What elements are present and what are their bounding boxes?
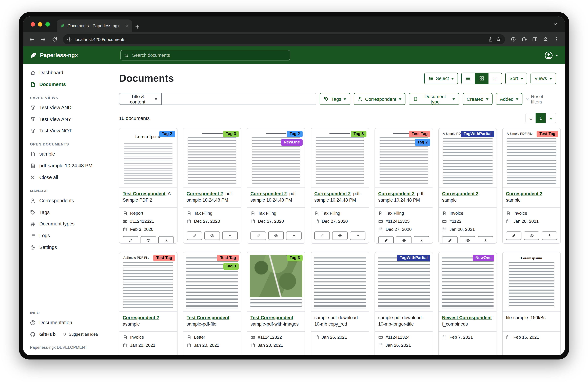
- view-button[interactable]: [396, 236, 412, 243]
- document-card[interactable]: Tag 2NewOne Correspondent 2: pdf-sample …: [247, 128, 305, 243]
- tag-badge[interactable]: Tag 3: [223, 131, 239, 137]
- edit-button[interactable]: [314, 231, 330, 240]
- document-card[interactable]: sample-pdf-download-10-mb copy_red Jan 2…: [311, 252, 369, 355]
- address-bar[interactable]: localhost:4200/documents: [63, 34, 505, 44]
- extensions-button[interactable]: [519, 34, 529, 44]
- document-card[interactable]: Tag 3 Test Correspondent: sample-pdf-wit…: [247, 252, 305, 355]
- tag-badge[interactable]: Test Tag: [153, 255, 175, 261]
- correspondent-link[interactable]: Correspondent 2: [187, 191, 223, 196]
- tag-badge[interactable]: Test Tag: [409, 131, 430, 137]
- correspondent-link[interactable]: Correspondent 2: [123, 315, 159, 320]
- document-card[interactable]: NewOne Newest Correspondent: f_combineds…: [438, 252, 497, 355]
- correspondent-link[interactable]: Test Correspondent: [251, 315, 293, 320]
- tag-badge[interactable]: Tag 2: [415, 139, 430, 146]
- tag-badge[interactable]: Tag 2: [159, 131, 175, 137]
- site-info-icon[interactable]: [67, 37, 72, 42]
- document-preview[interactable]: Tag 3: [247, 252, 305, 312]
- filter-text-input[interactable]: [162, 93, 316, 105]
- document-card[interactable]: Test Tag A Simple PDF File Correspondent…: [119, 252, 177, 355]
- views-button[interactable]: Views: [530, 72, 556, 84]
- created-filter-button[interactable]: Created: [462, 93, 493, 105]
- sidebar-item-document-types[interactable]: Document types: [23, 218, 110, 230]
- download-button[interactable]: [414, 236, 429, 243]
- profile-button[interactable]: [541, 34, 551, 44]
- correspondent-filter-button[interactable]: Correspondent: [354, 93, 405, 105]
- close-window-button[interactable]: [31, 22, 35, 26]
- document-type-filter-button[interactable]: Document type: [409, 93, 459, 105]
- document-card[interactable]: Test Tag A Simple PDF File Correspondent…: [502, 128, 561, 243]
- document-card[interactable]: Test TagTag 2 Correspondent 2: pdf-sampl…: [375, 128, 433, 243]
- extension-badge-icon[interactable]: [508, 34, 518, 44]
- sidebar-item-dashboard[interactable]: Dashboard: [23, 67, 110, 79]
- tab-search-icon[interactable]: [553, 21, 558, 27]
- details-view-button[interactable]: [488, 72, 502, 84]
- document-preview[interactable]: [311, 252, 369, 312]
- sidebar-item-github[interactable]: GitHub Suggest an idea: [23, 329, 110, 340]
- tag-badge[interactable]: Tag 3: [287, 255, 303, 261]
- download-button[interactable]: [286, 231, 302, 240]
- view-button[interactable]: [141, 236, 156, 243]
- reset-filters-button[interactable]: ×Reset filters: [526, 94, 555, 104]
- edit-button[interactable]: [378, 236, 394, 243]
- minimize-window-button[interactable]: [38, 22, 42, 26]
- maximize-window-button[interactable]: [45, 22, 50, 26]
- sort-button[interactable]: Sort: [505, 72, 527, 84]
- edit-button[interactable]: [506, 231, 522, 240]
- view-button[interactable]: [524, 231, 539, 240]
- document-card[interactable]: TagWithPartial sample-pdf-download-10-mb…: [375, 252, 433, 355]
- previous-page-button[interactable]: «: [525, 113, 536, 123]
- view-button[interactable]: [204, 231, 220, 240]
- document-preview[interactable]: Tag 3: [183, 128, 241, 188]
- sidebar-item-settings[interactable]: Settings: [23, 241, 110, 253]
- document-preview[interactable]: Test Tag A Simple PDF File: [503, 128, 560, 188]
- download-button[interactable]: [222, 231, 238, 240]
- document-preview[interactable]: Tag 2 Lorem Ipsum: [119, 128, 177, 188]
- share-icon[interactable]: [488, 37, 493, 42]
- document-preview[interactable]: Tag 3: [311, 128, 369, 188]
- sidebar-item-documents[interactable]: Documents: [23, 79, 110, 90]
- tag-badge[interactable]: TagWithPartial: [461, 131, 494, 137]
- sidebar-item-logs[interactable]: Logs: [23, 230, 110, 242]
- correspondent-link[interactable]: Correspondent 2: [251, 191, 287, 196]
- sidebar-item-correspondents[interactable]: Correspondents: [23, 195, 110, 207]
- document-preview[interactable]: Test Tag A Simple PDF File: [119, 252, 177, 312]
- current-page-button[interactable]: 1: [536, 113, 546, 123]
- view-button[interactable]: [268, 231, 284, 240]
- sidebar-item-documentation[interactable]: Documentation: [23, 317, 110, 329]
- tag-badge[interactable]: Test Tag: [217, 255, 239, 261]
- document-preview[interactable]: NewOne: [439, 252, 497, 312]
- user-menu[interactable]: [544, 51, 558, 60]
- tag-badge[interactable]: NewOne: [473, 255, 494, 261]
- document-card[interactable]: TagWithPartial A Simple PDF File Corresp…: [438, 128, 497, 243]
- tag-badge[interactable]: Test Tag: [537, 131, 558, 137]
- document-card[interactable]: Lorem ipsum file-sample_150kBs Feb 15, 2…: [502, 252, 561, 355]
- document-card[interactable]: Tag 3 Correspondent 2: pdf-sample 10.24.…: [311, 128, 369, 243]
- side-panel-button[interactable]: [530, 34, 540, 44]
- correspondent-link[interactable]: Correspondent 2: [442, 191, 478, 196]
- back-button[interactable]: [27, 34, 37, 44]
- correspondent-link[interactable]: Correspondent 2: [506, 191, 542, 196]
- view-button[interactable]: [460, 236, 475, 243]
- correspondent-link[interactable]: Correspondent 2: [314, 191, 351, 196]
- document-preview[interactable]: TagWithPartial A Simple PDF File: [439, 128, 497, 188]
- tag-badge[interactable]: NewOne: [281, 139, 303, 146]
- forward-button[interactable]: [38, 34, 48, 44]
- app-logo[interactable]: Paperless-ngx: [30, 52, 78, 59]
- edit-button[interactable]: [187, 231, 202, 240]
- sidebar-item-tags[interactable]: Tags: [23, 206, 110, 218]
- document-preview[interactable]: Tag 2NewOne: [247, 128, 305, 188]
- correspondent-link[interactable]: Test Correspondent: [187, 315, 230, 320]
- correspondent-link[interactable]: Newest Correspondent: [442, 315, 492, 320]
- tag-badge[interactable]: Tag 3: [351, 131, 366, 137]
- suggest-idea-link[interactable]: Suggest an idea: [63, 332, 98, 337]
- tag-badge[interactable]: Tag 3: [223, 263, 239, 270]
- sidebar-item-open-doc-sample[interactable]: sample: [23, 148, 110, 160]
- document-card[interactable]: Test TagTag 3 Test Correspondent: sample…: [183, 252, 241, 355]
- document-preview[interactable]: Test TagTag 2: [375, 128, 433, 188]
- global-search[interactable]: [120, 50, 290, 60]
- sidebar-item-test-view-any[interactable]: Test View ANY: [23, 113, 110, 125]
- browser-menu-button[interactable]: [551, 34, 561, 44]
- added-filter-button[interactable]: Added: [496, 93, 523, 105]
- document-preview[interactable]: Test TagTag 3: [183, 252, 241, 312]
- search-input[interactable]: [131, 52, 286, 58]
